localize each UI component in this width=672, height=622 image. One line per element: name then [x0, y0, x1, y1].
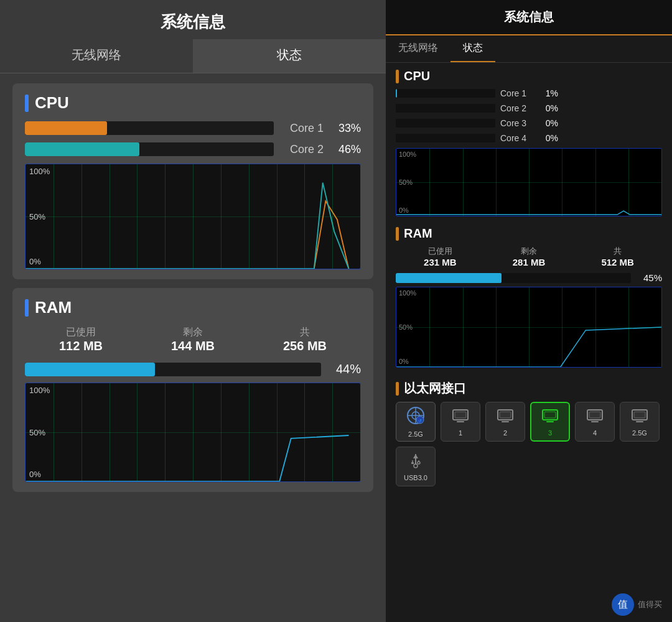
ram-graph-label-top: 100% [29, 386, 50, 395]
ethernet-section-label: 以太网接口 [404, 380, 466, 397]
ram-free-label: 剩余 [183, 326, 203, 339]
r-cpu-core-2-bar-bg [396, 104, 495, 113]
right-cpu-section-bar [396, 70, 399, 83]
ram-free-stat: 剩余 144 MB [171, 326, 215, 353]
right-tab-wireless[interactable]: 无线网络 [386, 35, 450, 62]
cpu-core-1-bar-fill [25, 121, 107, 135]
ram-graph: 100% 50% 0% [25, 383, 361, 482]
svg-rect-19 [634, 412, 645, 418]
svg-rect-25 [411, 462, 414, 464]
right-panel: 系统信息 无线网络 状态 CPU Core 1 1% [386, 0, 672, 622]
right-ram-section-title: RAM [396, 226, 662, 241]
r-cpu-core-4-row: Core 4 0% [396, 133, 662, 143]
right-ram-section-label: RAM [404, 226, 432, 241]
cpu-section-title: CPU [25, 93, 361, 113]
right-content: CPU Core 1 1% Core 2 0% [386, 63, 672, 622]
r-ram-total-value: 512 MB [601, 257, 634, 267]
eth-port-usb3[interactable]: USB3.0 [396, 447, 436, 486]
cpu-graph-label-mid: 50% [29, 212, 45, 221]
eth-port-25g-2[interactable]: 2.5G [620, 402, 660, 442]
right-ram-section: RAM 已使用 231 MB 剩余 281 MB 共 512 MB [396, 226, 662, 371]
r-ram-free-label: 剩余 [521, 246, 537, 257]
eth-port-3-icon [541, 407, 559, 427]
eth-port-3[interactable]: 3 [530, 402, 570, 442]
cpu-core-1-row: Core 1 33% [25, 121, 361, 135]
ram-bar-bg [25, 363, 321, 376]
ram-stats: 已使用 112 MB 剩余 144 MB 共 256 MB [25, 326, 361, 353]
right-cpu-section-label: CPU [404, 69, 430, 83]
right-title: 系统信息 [396, 9, 662, 26]
cpu-graph: 100% 50% 0% [25, 164, 361, 269]
r-ram-used-value: 231 MB [424, 257, 457, 267]
cpu-core-1-bar-bg [25, 121, 274, 135]
eth-port-1[interactable]: 1 [441, 402, 480, 442]
svg-rect-10 [500, 412, 511, 418]
r-cpu-core-3-bar-bg [396, 119, 495, 128]
svg-rect-8 [457, 421, 464, 422]
left-content: CPU Core 1 33% Core 2 46% [12, 73, 373, 622]
ram-bar-fill [25, 363, 155, 376]
r-cpu-core-3-row: Core 3 0% [396, 118, 662, 128]
ram-section-bar [25, 299, 29, 317]
ram-bar-row: 44% [25, 362, 361, 376]
r-cpu-core-3-name: Core 3 [500, 118, 534, 128]
ram-total-label: 共 [300, 326, 310, 339]
left-tab-status[interactable]: 状态 [193, 39, 386, 73]
r-cpu-core-1-name: Core 1 [500, 88, 534, 98]
cpu-graph-label-bot: 0% [29, 257, 41, 266]
r-ram-free-stat: 剩余 281 MB [513, 246, 546, 267]
r-cpu-core-1-bar-fill [396, 89, 397, 98]
r-cpu-core-2-row: Core 2 0% [396, 103, 662, 113]
r-ram-free-value: 281 MB [513, 257, 546, 267]
eth-port-2[interactable]: 2 [485, 402, 525, 442]
watermark-text: 值得买 [638, 599, 662, 610]
cpu-section-bar [25, 95, 29, 112]
svg-rect-11 [502, 421, 509, 422]
left-title: 系统信息 [0, 0, 386, 39]
r-ram-total-label: 共 [614, 246, 622, 257]
svg-rect-17 [591, 421, 599, 422]
r-cpu-core-4-bar-bg [396, 134, 495, 142]
cpu-card: CPU Core 1 33% Core 2 46% [12, 83, 373, 279]
ethernet-ports: ↺ 2.5G 1 [396, 402, 662, 486]
eth-port-1-icon [452, 407, 469, 427]
eth-port-1-label: 1 [459, 429, 462, 437]
ethernet-section-title: 以太网接口 [396, 380, 662, 397]
eth-port-4-label: 4 [593, 429, 597, 437]
cpu-core-2-row: Core 2 46% [25, 142, 361, 156]
cpu-graph-label-top: 100% [29, 167, 50, 176]
eth-port-25g-2-label: 2.5G [632, 429, 647, 437]
r-cpu-core-3-pct: 0% [539, 118, 558, 128]
ram-pct: 44% [330, 362, 361, 376]
r-ram-graph-label-top: 100% [399, 289, 416, 297]
r-cpu-core-1-bar-bg [396, 89, 495, 98]
ram-card: RAM 已使用 112 MB 剩余 144 MB 共 256 MB [12, 288, 373, 492]
eth-port-25g-special[interactable]: ↺ 2.5G [396, 402, 436, 442]
right-tabs: 无线网络 状态 [386, 35, 672, 63]
ram-section-title: RAM [25, 298, 361, 317]
watermark-icon: 值 [612, 593, 634, 616]
right-ram-section-bar [396, 227, 399, 241]
cpu-core-1-pct: 33% [330, 122, 361, 135]
r-ram-pct: 45% [637, 272, 662, 283]
ethernet-section-bar [396, 382, 399, 396]
ram-used-value: 112 MB [59, 339, 103, 353]
svg-point-26 [418, 462, 420, 464]
eth-port-4[interactable]: 4 [575, 402, 615, 442]
right-cpu-section: CPU Core 1 1% Core 2 0% [396, 69, 662, 220]
ram-used-label: 已使用 [66, 326, 96, 339]
cpu-core-1-name: Core 1 [280, 122, 324, 135]
r-ram-used-stat: 已使用 231 MB [424, 246, 457, 267]
r-cpu-core-2-name: Core 2 [500, 103, 534, 113]
left-tab-wireless[interactable]: 无线网络 [0, 39, 193, 73]
right-header: 系统信息 [386, 0, 672, 35]
eth-port-3-label: 3 [548, 429, 552, 437]
left-panel: 系统信息 无线网络 状态 CPU Core 1 33% [0, 0, 386, 622]
right-tab-status[interactable]: 状态 [450, 35, 495, 62]
ram-graph-label-mid: 50% [29, 428, 45, 437]
svg-marker-22 [413, 454, 418, 458]
ram-total-stat: 共 256 MB [283, 326, 327, 353]
r-cpu-core-1-row: Core 1 1% [396, 88, 662, 98]
watermark-area: 值 值得买 [612, 593, 662, 616]
cpu-core-2-bar-fill [25, 142, 139, 156]
